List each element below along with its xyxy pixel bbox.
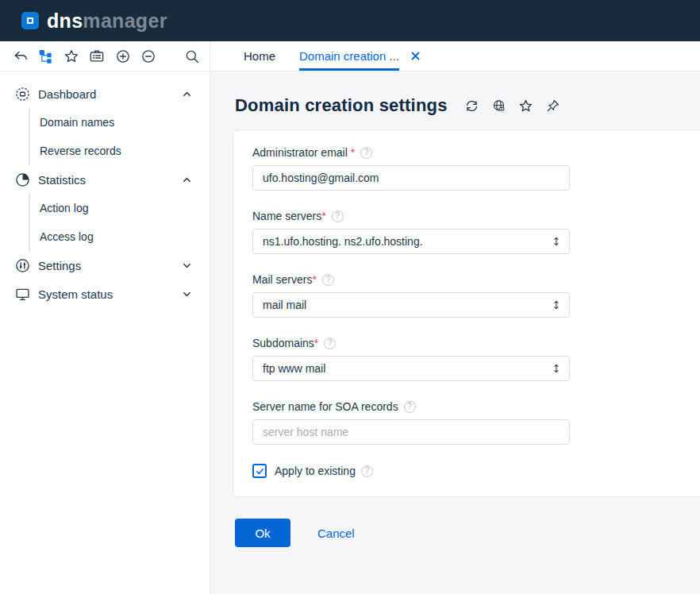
field-label: Subdomains* ? <box>252 337 691 349</box>
sidebar-item-label: System status <box>38 287 182 301</box>
help-icon[interactable]: ? <box>361 465 373 477</box>
field-administrator-email: Administrator email * ? <box>252 146 691 191</box>
required-asterisk: * <box>321 210 325 222</box>
active-tab-underline <box>299 68 399 71</box>
field-label: Name servers* ? <box>252 210 691 222</box>
subdomains-input[interactable] <box>252 356 570 381</box>
globe-link-icon[interactable] <box>491 98 507 114</box>
title-action-icons <box>464 97 572 114</box>
sidebar-child-label: Access log <box>40 230 94 243</box>
field-label-text: Server name for SOA records <box>252 400 398 413</box>
soa-server-name-input[interactable] <box>252 419 570 445</box>
sidebar-item-domain-names[interactable]: Domain names <box>30 108 210 137</box>
sidebar-child-label: Action log <box>40 202 88 214</box>
logo-text-light: manager <box>83 10 167 32</box>
mail-servers-input[interactable] <box>252 292 570 318</box>
sidebar-child-label: Domain names <box>40 116 114 129</box>
app-header: dnsmanager <box>0 0 700 41</box>
sidebar-item-reverse-records[interactable]: Reverse records <box>30 137 210 165</box>
tree-view-icon[interactable] <box>37 48 54 65</box>
star-icon[interactable] <box>518 98 534 114</box>
toolbar-row: Home Domain creation ... <box>0 41 700 71</box>
sidebar-item-statistics[interactable]: Statistics <box>0 165 210 194</box>
monitor-icon <box>14 286 31 303</box>
field-label: Server name for SOA records ? <box>252 400 691 413</box>
tab-close-icon[interactable] <box>410 51 421 61</box>
form-card: Administrator email * ? Name servers* ? <box>233 129 700 497</box>
field-subdomains: Subdomains* ? <box>252 337 691 381</box>
help-icon[interactable]: ? <box>404 401 416 413</box>
pin-icon[interactable] <box>545 98 561 114</box>
refresh-icon[interactable] <box>464 98 480 114</box>
sidebar: Dashboard Domain names Reverse records S… <box>0 71 210 594</box>
field-label: Mail servers* ? <box>252 273 691 286</box>
field-label-text: Mail servers <box>252 273 312 286</box>
zoom-out-icon[interactable] <box>140 48 156 65</box>
zoom-in-icon[interactable] <box>114 48 131 65</box>
help-icon[interactable]: ? <box>322 274 334 286</box>
sidebar-item-action-log[interactable]: Action log <box>30 194 210 222</box>
sidebar-item-access-log[interactable]: Access log <box>30 222 210 251</box>
required-asterisk: * <box>314 337 318 349</box>
field-mail-servers: Mail servers* ? <box>252 273 691 318</box>
search-icon[interactable] <box>184 48 201 65</box>
chevron-down-icon[interactable] <box>182 260 192 271</box>
name-servers-input[interactable] <box>252 229 570 254</box>
sidebar-item-label: Statistics <box>38 173 182 187</box>
tab-home[interactable]: Home <box>244 41 275 71</box>
badge-icon[interactable] <box>89 48 106 65</box>
sidebar-child-label: Reverse records <box>40 145 121 157</box>
required-asterisk: * <box>312 273 316 286</box>
sidebar-item-system-status[interactable]: System status <box>0 280 210 308</box>
field-label-text: Subdomains <box>252 337 314 349</box>
sidebar-item-dashboard[interactable]: Dashboard <box>0 79 210 108</box>
app-logo[interactable]: dnsmanager <box>21 11 167 31</box>
chevron-up-icon[interactable] <box>182 89 192 99</box>
field-label: Administrator email * ? <box>252 146 691 159</box>
tab-domain-creation[interactable]: Domain creation ... <box>299 41 421 71</box>
sidebar-item-label: Settings <box>38 259 182 272</box>
cancel-button[interactable]: Cancel <box>317 526 355 540</box>
dashboard-children: Domain names Reverse records <box>29 108 210 165</box>
pie-chart-icon <box>14 172 31 188</box>
chevron-down-icon[interactable] <box>182 289 192 299</box>
resize-vertical-icon[interactable] <box>550 361 563 376</box>
page-title: Domain creation settings <box>235 95 448 116</box>
help-icon[interactable]: ? <box>332 210 344 222</box>
tab-home-label: Home <box>244 49 275 63</box>
required-asterisk: * <box>348 146 355 159</box>
sliders-icon <box>14 257 31 274</box>
administrator-email-input[interactable] <box>252 165 570 191</box>
tab-domain-creation-label: Domain creation ... <box>299 49 399 63</box>
ok-button[interactable]: Ok <box>235 519 290 547</box>
tab-bar: Home Domain creation ... <box>210 41 700 71</box>
logo-text: dnsmanager <box>47 11 167 31</box>
logo-text-bold: dns <box>47 10 83 32</box>
form-buttons: Ok Cancel <box>235 519 700 547</box>
field-label-text: Administrator email <box>252 146 348 159</box>
field-label-text: Name servers <box>252 210 321 222</box>
field-soa-server-name: Server name for SOA records ? <box>252 400 691 445</box>
chevron-up-icon[interactable] <box>182 175 192 185</box>
apply-to-existing-checkbox[interactable]: Apply to existing ? <box>252 464 691 478</box>
toolbar <box>0 41 210 71</box>
dashboard-icon <box>14 86 31 102</box>
back-arrow-icon[interactable] <box>12 48 29 65</box>
resize-vertical-icon[interactable] <box>550 234 563 249</box>
logo-square-icon <box>21 12 39 29</box>
sidebar-item-label: Dashboard <box>38 87 182 101</box>
statistics-children: Action log Access log <box>29 194 210 251</box>
field-name-servers: Name servers* ? <box>252 210 691 254</box>
resize-vertical-icon[interactable] <box>550 298 563 312</box>
star-icon[interactable] <box>63 48 80 65</box>
help-icon[interactable]: ? <box>360 147 372 159</box>
checkbox-label: Apply to existing <box>275 465 356 477</box>
checkbox-checked-icon <box>252 464 267 478</box>
page-title-row: Domain creation settings <box>210 71 700 129</box>
sidebar-item-settings[interactable]: Settings <box>0 251 210 280</box>
main-content: Domain creation settings Adminis <box>210 71 700 594</box>
help-icon[interactable]: ? <box>324 338 336 349</box>
